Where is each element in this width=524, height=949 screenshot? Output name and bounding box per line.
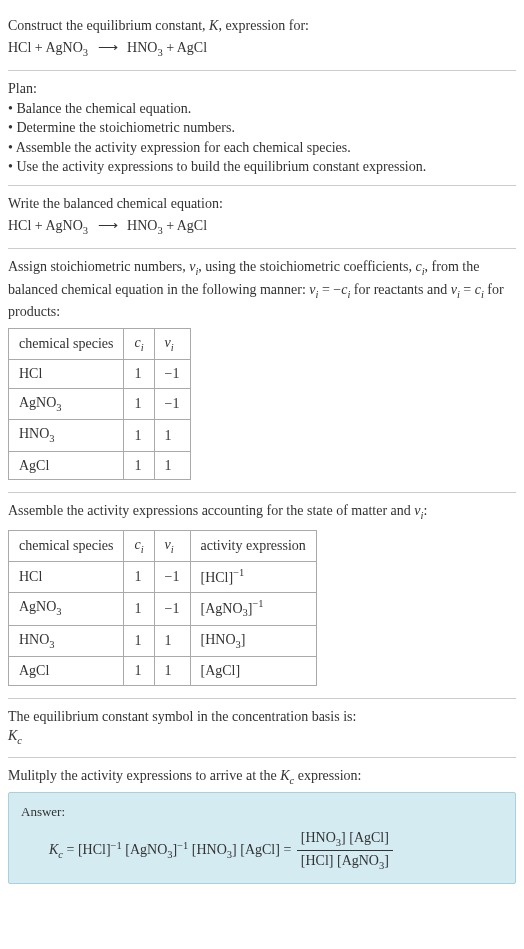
sup: −1 [177,839,188,850]
cell-nu: 1 [154,420,190,451]
eq-rhs: HNO [127,218,157,233]
s: AgNO [19,395,56,410]
k: K [8,728,17,743]
cell-activity: [AgCl] [190,657,316,686]
k: K [49,842,58,857]
assemble-title: Assemble the activity expressions accoun… [8,501,516,523]
answer-box: Answer: Kc = [HCl]−1 [AgNO3]−1 [HNO3] [A… [8,792,516,884]
cell-c: 1 [124,388,154,419]
cell-c: 1 [124,420,154,451]
table-row: AgCl 1 1 [AgCl] [9,657,317,686]
t: Assign stoichiometric numbers, [8,259,189,274]
a: [AgNO [201,600,243,615]
th-c: ci [124,328,154,359]
cell-c: 1 [124,657,154,686]
t: [HNO [301,830,336,845]
s: HNO [19,632,49,647]
eq-tail: + AgCl [163,218,207,233]
t: , using the stoichiometric coefficients, [198,259,415,274]
symbol-text: The equilibrium constant symbol in the c… [8,707,516,727]
t: = [460,282,475,297]
cell-species: HNO3 [9,420,124,451]
eq-lhs: HCl + AgNO [8,40,83,55]
sub-i: i [421,510,424,521]
cell-species: AgCl [9,451,124,480]
eq-lhs: HCl + AgNO [8,218,83,233]
numerator: [HNO3] [AgCl] [297,828,393,851]
sup: −1 [111,839,122,850]
a: ] [241,632,246,647]
table-row: HNO3 1 1 [HNO3] [9,625,317,656]
denominator: [HCl] [AgNO3] [297,851,393,873]
t: [HNO [188,842,227,857]
k: K [280,768,289,783]
s: AgNO [19,599,56,614]
balanced-equation: HCl + AgNO3 ⟶ HNO3 + AgCl [8,216,516,238]
cell-nu: 1 [154,625,190,656]
multiply-title: Mulitply the activity expressions to arr… [8,766,516,788]
s: HNO [19,426,49,441]
cell-species: HNO3 [9,625,124,656]
answer-label: Answer: [21,803,503,821]
sub: 3 [49,433,54,444]
symbol-section: The equilibrium constant symbol in the c… [8,699,516,758]
cell-nu: −1 [154,388,190,419]
sub-i: i [171,341,174,352]
balanced-title: Write the balanced chemical equation: [8,194,516,214]
cell-c: 1 [124,451,154,480]
t: [AgNO [122,842,168,857]
plan-item: • Assemble the activity expression for e… [8,138,516,158]
plan-item: • Use the activity expressions to build … [8,157,516,177]
assign-text: Assign stoichiometric numbers, νi, using… [8,257,516,322]
cell-nu: −1 [154,592,190,625]
t: ] [AgCl] = [232,842,295,857]
table-row: HCl 1 −1 [HCl]−1 [9,562,317,592]
cell-nu: −1 [154,360,190,389]
t: [HCl] [AgNO [301,853,379,868]
intro-section: Construct the equilibrium constant, K, e… [8,8,516,71]
cell-c: 1 [124,562,154,592]
eq-tail: + AgCl [163,40,207,55]
equation: HCl + AgNO3 ⟶ HNO3 + AgCl [8,38,516,60]
cell-activity: [AgNO3]−1 [190,592,316,625]
sub: 3 [49,638,54,649]
sup: −1 [233,567,244,578]
arrow-icon: ⟶ [98,38,118,58]
intro-text: Construct the equilibrium constant, [8,18,209,33]
t: ] [384,853,389,868]
t: Mulitply the activity expressions to arr… [8,768,280,783]
fraction: [HNO3] [AgCl][HCl] [AgNO3] [297,828,393,874]
intro-prompt: Construct the equilibrium constant, K, e… [8,16,516,36]
cell-species: HCl [9,360,124,389]
cell-activity: [HCl]−1 [190,562,316,592]
th-activity: activity expression [190,530,316,561]
plan-item: • Balance the chemical equation. [8,99,516,119]
sub: 3 [56,402,61,413]
plan-title: Plan: [8,79,516,99]
table-row: AgNO3 1 −1 [AgNO3]−1 [9,592,317,625]
t: ] [AgCl] [341,830,389,845]
assemble-section: Assemble the activity expressions accoun… [8,493,516,698]
cell-species: AgNO3 [9,388,124,419]
stoich-table: chemical species ci νi HCl 1 −1 AgNO3 1 … [8,328,191,481]
cell-c: 1 [124,592,154,625]
assign-section: Assign stoichiometric numbers, νi, using… [8,249,516,493]
activity-table: chemical species ci νi activity expressi… [8,530,317,686]
cell-c: 1 [124,625,154,656]
kc-symbol: Kc [8,726,516,748]
a: [HCl] [201,570,234,585]
th-c: ci [124,530,154,561]
table-row: AgCl 1 1 [9,451,191,480]
sub-i: i [171,544,174,555]
th-nu: νi [154,530,190,561]
cell-species: HCl [9,562,124,592]
sub: 3 [83,224,88,235]
eq-rhs: HNO [127,40,157,55]
table-header-row: chemical species ci νi [9,328,191,359]
plan-item: • Determine the stoichiometric numbers. [8,118,516,138]
t: for reactants and [350,282,450,297]
arrow-icon: ⟶ [98,216,118,236]
th-species: chemical species [9,328,124,359]
table-row: HNO3 1 1 [9,420,191,451]
cell-nu: −1 [154,562,190,592]
